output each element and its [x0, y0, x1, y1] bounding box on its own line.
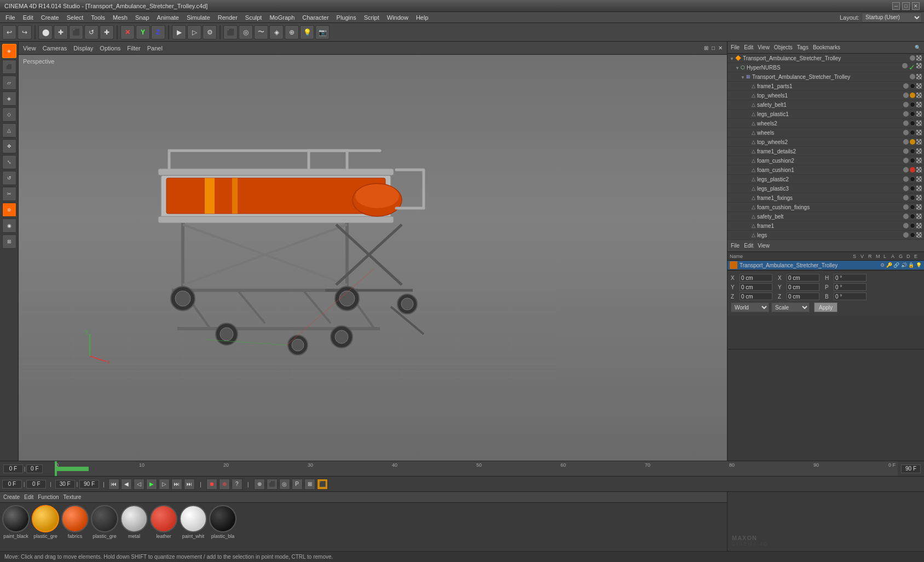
menu-character[interactable]: Character	[299, 13, 332, 22]
mat-menu-texture[interactable]: Texture	[63, 494, 82, 500]
obj-menu-edit[interactable]: Edit	[744, 44, 753, 50]
tool-rotate[interactable]: ↺	[2, 171, 16, 185]
obj-row-wheels[interactable]: △ wheels	[727, 128, 924, 137]
obj-menu-file[interactable]: File	[731, 44, 740, 50]
menu-select[interactable]: Select	[63, 13, 87, 22]
obj-row-frame1[interactable]: △ frame1	[727, 221, 924, 231]
effector-button[interactable]: ⊕	[285, 25, 299, 39]
obj-row-root[interactable]: 🔶 Transport_Ambulance_Stretcher_Trolley	[727, 54, 924, 63]
apply-button[interactable]: Apply	[814, 302, 838, 312]
auto-record-button[interactable]: ⊕	[219, 479, 230, 490]
obj-menu-bookmarks[interactable]: Bookmarks	[813, 44, 840, 50]
titlebar-controls[interactable]: ─ □ ✕	[892, 2, 920, 10]
y-pos-input[interactable]	[740, 283, 772, 291]
motion-btn-5[interactable]: ⊞	[304, 479, 315, 490]
menu-create[interactable]: Create	[38, 13, 62, 22]
z-pos-input[interactable]	[740, 293, 772, 300]
obj-row-legsplastic1[interactable]: △ legs_plastic1	[727, 110, 924, 119]
attr-menu-view[interactable]: View	[758, 243, 770, 249]
fps-input[interactable]	[55, 480, 75, 489]
motion-btn-2[interactable]: ⬛	[267, 479, 278, 490]
rotate-tool-button[interactable]: ↺	[84, 25, 99, 39]
viewport-menu-view[interactable]: View	[23, 45, 36, 51]
obj-row-frame1fixings[interactable]: △ frame1_fixings	[727, 193, 924, 203]
playback-step-input[interactable]	[26, 480, 46, 489]
light-button[interactable]: 💡	[300, 25, 314, 39]
expand-root[interactable]	[730, 55, 735, 61]
object-list[interactable]: 🔶 Transport_Ambulance_Stretcher_Trolley …	[727, 54, 924, 240]
frame-current-input[interactable]	[26, 464, 43, 473]
render-region-button[interactable]: ▷	[187, 25, 201, 39]
tool-points[interactable]: ⬛	[2, 60, 16, 74]
render-button[interactable]: ▶	[172, 25, 186, 39]
obj-menu-view[interactable]: View	[758, 44, 770, 50]
3d-viewport[interactable]: x y Perspective	[19, 55, 727, 461]
scale-tool-button[interactable]: ⬛	[69, 25, 83, 39]
playback-end-input[interactable]	[79, 480, 99, 489]
y-size-input[interactable]	[787, 283, 819, 291]
x-axis-button[interactable]: ✕	[120, 25, 135, 39]
timeline-ruler-bar[interactable]: 0 10 20 30 40 50 60 70 80 90 0 F	[55, 461, 898, 476]
add-tool-button[interactable]: ✚	[100, 25, 114, 39]
z-axis-button[interactable]: Z	[151, 25, 165, 39]
motion-btn-1[interactable]: ⊕	[254, 479, 265, 490]
spline-button[interactable]: 〜	[254, 25, 268, 39]
viewport-ctrl-expand[interactable]: ⊞	[704, 45, 708, 51]
tool-knife[interactable]: ✂	[2, 187, 16, 201]
menu-plugins[interactable]: Plugins	[333, 13, 360, 22]
menu-snap[interactable]: Snap	[132, 13, 153, 22]
menu-tools[interactable]: Tools	[88, 13, 108, 22]
obj-dot-2[interactable]	[916, 55, 922, 61]
motion-btn-3[interactable]: ◎	[279, 479, 290, 490]
menu-render[interactable]: Render	[215, 13, 241, 22]
menu-edit[interactable]: Edit	[20, 13, 37, 22]
menu-script[interactable]: Script	[361, 13, 383, 22]
obj-row-foamcushionfixings[interactable]: △ foam_cushion_fixings	[727, 203, 924, 212]
obj-row-safetybelt[interactable]: △ safety_belt	[727, 212, 924, 221]
stop-button[interactable]: ⏭	[171, 479, 182, 490]
obj-row-topwheels1[interactable]: △ top_wheels1	[727, 91, 924, 100]
obj-row-legs[interactable]: △ legs	[727, 231, 924, 240]
attr-menu-edit[interactable]: Edit	[744, 243, 753, 249]
tool-move[interactable]: ✥	[2, 139, 16, 153]
tool-uv[interactable]: ◇	[2, 107, 16, 122]
obj-menu-objects[interactable]: Objects	[774, 44, 793, 50]
obj-row-frame1details2[interactable]: △ frame1_details2	[727, 147, 924, 156]
x-pos-input[interactable]	[740, 274, 772, 282]
undo-button[interactable]: ↩	[2, 25, 16, 39]
help-button[interactable]: ?	[232, 479, 242, 490]
frame-end-input[interactable]	[901, 464, 921, 473]
playback-frame-input[interactable]	[2, 480, 22, 489]
h-rot-input[interactable]	[834, 274, 867, 282]
tool-select[interactable]: ◈	[2, 44, 16, 58]
render-settings-button[interactable]: ⚙	[203, 25, 217, 39]
viewport-menu-options[interactable]: Options	[100, 45, 120, 51]
nurbs-button[interactable]: ◎	[239, 25, 253, 39]
prev-frame-button[interactable]: ◀	[121, 479, 132, 490]
cube-button[interactable]: ⬛	[223, 25, 238, 39]
viewport-ctrl-fullscreen[interactable]: □	[712, 45, 715, 51]
tool-paint[interactable]: ◉	[2, 219, 16, 233]
menu-mesh[interactable]: Mesh	[109, 13, 131, 22]
minimize-button[interactable]: ─	[892, 2, 900, 10]
menu-simulate[interactable]: Simulate	[183, 13, 213, 22]
material-plastic-black[interactable]: plastic_bla	[209, 505, 236, 539]
menu-animate[interactable]: Animate	[154, 13, 182, 22]
motion-btn-6[interactable]: ⬛	[317, 479, 328, 490]
last-frame-button[interactable]: ⏭	[184, 479, 195, 490]
material-plastic-gre-1[interactable]: plastic_gre	[32, 505, 59, 539]
menu-mograph[interactable]: MoGraph	[266, 13, 298, 22]
obj-row-topwheels2[interactable]: △ top_wheels2	[727, 137, 924, 147]
material-plastic-gre-2[interactable]: plastic_gre	[91, 505, 118, 539]
material-paint-black[interactable]: paint_black	[2, 505, 30, 539]
obj-row-hypernurbs[interactable]: ⬡ HyperNURBS ✓	[727, 63, 924, 72]
material-metal[interactable]: metal	[120, 505, 148, 539]
layout-select[interactable]: Startup (User)	[862, 13, 922, 22]
expand-null[interactable]	[741, 74, 746, 80]
obj-row-wheels2[interactable]: △ wheels2	[727, 119, 924, 128]
tool-extra[interactable]: ⊞	[2, 234, 16, 249]
obj-row-safetybelt1[interactable]: △ safety_belt1	[727, 100, 924, 110]
mat-menu-edit[interactable]: Edit	[24, 494, 33, 500]
viewport-menu-panel[interactable]: Panel	[147, 45, 163, 51]
obj-row-legsplastic3[interactable]: △ legs_plastic3	[727, 184, 924, 193]
